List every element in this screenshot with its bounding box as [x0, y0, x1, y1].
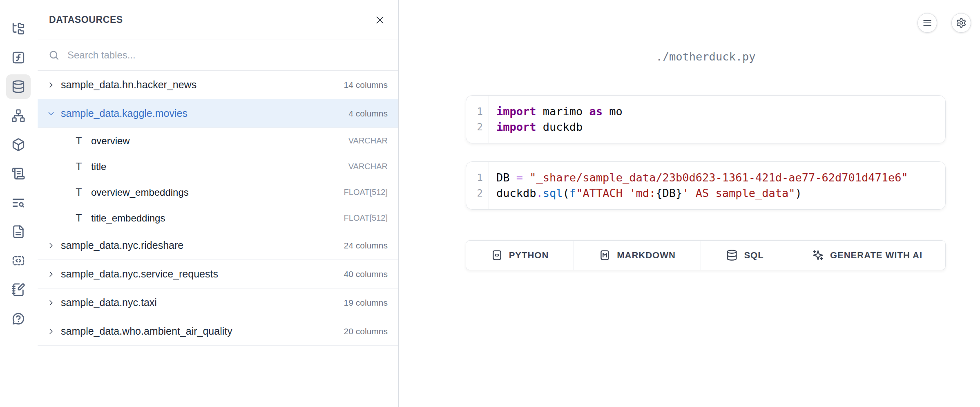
code-content[interactable]: DB = "_share/sample_data/23b0d623-1361-4…	[489, 162, 916, 209]
help-chat-icon	[11, 312, 25, 326]
line-number: 2	[466, 186, 483, 201]
search-input[interactable]	[67, 49, 388, 61]
database-icon	[726, 249, 738, 261]
add-cell-generate-with-ai-button[interactable]: GENERATE WITH AI	[789, 241, 945, 270]
add-cell-button-label: PYTHON	[509, 250, 549, 261]
add-cell-python-button[interactable]: PYTHON	[466, 241, 574, 270]
file-tree-icon	[11, 22, 25, 36]
table-name: sample_data.kaggle.movies	[61, 107, 188, 119]
code-token: sql	[543, 187, 563, 199]
table-row[interactable]: sample_data.who.ambient_air_quality20 co…	[38, 317, 398, 346]
sparkles-icon	[812, 249, 824, 261]
document-icon	[11, 225, 25, 239]
line-number: 2	[466, 119, 483, 135]
code-square-icon	[491, 249, 503, 261]
column-type: FLOAT[512]	[344, 213, 388, 223]
code-token	[523, 171, 529, 184]
scroll-logs-icon	[11, 167, 25, 181]
add-cell-button-label: SQL	[744, 250, 763, 261]
table-row[interactable]: sample_data.nyc.rideshare24 columns	[38, 231, 398, 260]
add-cell-button-label: MARKDOWN	[617, 250, 676, 261]
table-name: sample_data.nyc.service_requests	[61, 268, 218, 280]
sidebar-tool-help-chat[interactable]	[6, 306, 31, 331]
table-row[interactable]: sample_data.kaggle.movies4 columns	[38, 99, 398, 128]
code-cell[interactable]: 12DB = "_share/sample_data/23b0d623-1361…	[466, 161, 946, 210]
menu-button[interactable]	[917, 13, 937, 33]
sidebar-tool-package-box[interactable]	[6, 132, 31, 157]
sidebar-tool-code-snippet[interactable]	[6, 248, 31, 273]
column-name: title_embeddings	[91, 212, 165, 224]
chevron-right-icon	[47, 270, 56, 279]
code-token: mo	[603, 105, 623, 118]
chevron-right-icon	[47, 241, 56, 250]
code-token: DB	[496, 171, 516, 184]
datasources-panel: DATASOURCES sample_data.hn.hacker_news14…	[38, 0, 399, 407]
code-line: import marimo as mo	[496, 104, 623, 119]
chevron-right-icon	[47, 298, 56, 307]
code-token: duckdb	[496, 187, 536, 199]
close-panel-button[interactable]	[373, 13, 387, 27]
cells-container: 12import marimo as moimport duckdb12DB =…	[466, 95, 946, 210]
column-name: title	[91, 161, 106, 172]
table-name: sample_data.hn.hacker_news	[61, 79, 196, 91]
code-token: f	[569, 187, 576, 199]
line-number-gutter: 12	[466, 96, 489, 143]
text-type-icon: T	[74, 135, 84, 147]
markdown-square-icon	[599, 249, 611, 261]
column-name: overview	[91, 135, 130, 147]
table-name: sample_data.nyc.taxi	[61, 297, 157, 309]
table-column-count: 20 columns	[344, 326, 388, 336]
menu-icon	[922, 18, 933, 28]
search-icon	[48, 49, 60, 61]
code-token: ' AS sample_data"	[682, 187, 795, 199]
settings-gear-button[interactable]	[951, 13, 971, 33]
code-token: )	[795, 187, 802, 199]
code-token: duckdb	[536, 121, 583, 133]
function-square-icon	[11, 51, 25, 65]
table-column-count: 19 columns	[344, 298, 388, 308]
code-token: .	[536, 187, 543, 199]
top-actions	[917, 13, 971, 33]
code-token: import	[496, 121, 536, 133]
add-cell-markdown-button[interactable]: MARKDOWN	[574, 241, 701, 270]
sidebar-tool-database[interactable]	[6, 74, 31, 99]
sidebar-tool-file-tree[interactable]	[6, 16, 31, 41]
line-number: 1	[466, 104, 483, 119]
sidebar-tool-document[interactable]	[6, 219, 31, 244]
table-row[interactable]: sample_data.hn.hacker_news14 columns	[38, 71, 398, 99]
code-token: =	[516, 171, 523, 184]
table-list: sample_data.hn.hacker_news14 columnssamp…	[38, 71, 398, 346]
sidebar-tool-dependency-graph[interactable]	[6, 103, 31, 128]
table-column-count: 24 columns	[344, 241, 388, 250]
code-line: DB = "_share/sample_data/23b0d623-1361-4…	[496, 170, 908, 186]
icon-rail	[0, 0, 37, 407]
search-row	[38, 40, 398, 71]
add-cell-sql-button[interactable]: SQL	[701, 241, 789, 270]
line-number-gutter: 12	[466, 162, 489, 209]
sidebar-tool-scroll-logs[interactable]	[6, 161, 31, 186]
column-row[interactable]: TtitleVARCHAR	[38, 154, 398, 179]
column-row[interactable]: Toverview_embeddingsFLOAT[512]	[38, 179, 398, 205]
code-token: "ATTACH 'md:	[576, 187, 656, 199]
column-type: VARCHAR	[348, 136, 388, 145]
column-row[interactable]: Ttitle_embeddingsFLOAT[512]	[38, 205, 398, 231]
code-token: (	[563, 187, 569, 199]
text-type-icon: T	[74, 212, 84, 224]
add-cell-button-label: GENERATE WITH AI	[830, 250, 922, 261]
code-cell[interactable]: 12import marimo as moimport duckdb	[466, 95, 946, 143]
code-snippet-icon	[11, 254, 25, 268]
table-row[interactable]: sample_data.nyc.service_requests40 colum…	[38, 260, 398, 288]
sidebar-tool-function-square[interactable]	[6, 45, 31, 70]
column-list: ToverviewVARCHARTtitleVARCHARToverview_e…	[38, 128, 398, 231]
code-content[interactable]: import marimo as moimport duckdb	[489, 96, 631, 143]
sidebar-tool-notebook-pen[interactable]	[6, 277, 31, 302]
marimo-app: DATASOURCES sample_data.hn.hacker_news14…	[0, 0, 980, 407]
close-icon	[375, 15, 385, 25]
panel-title: DATASOURCES	[49, 14, 123, 25]
chevron-right-icon	[47, 81, 56, 89]
table-row[interactable]: sample_data.nyc.taxi19 columns	[38, 288, 398, 317]
sidebar-tool-text-search[interactable]	[6, 190, 31, 215]
line-number: 1	[466, 170, 483, 186]
code-line: duckdb.sql(f"ATTACH 'md:{DB}' AS sample_…	[496, 186, 908, 201]
column-row[interactable]: ToverviewVARCHAR	[38, 128, 398, 154]
